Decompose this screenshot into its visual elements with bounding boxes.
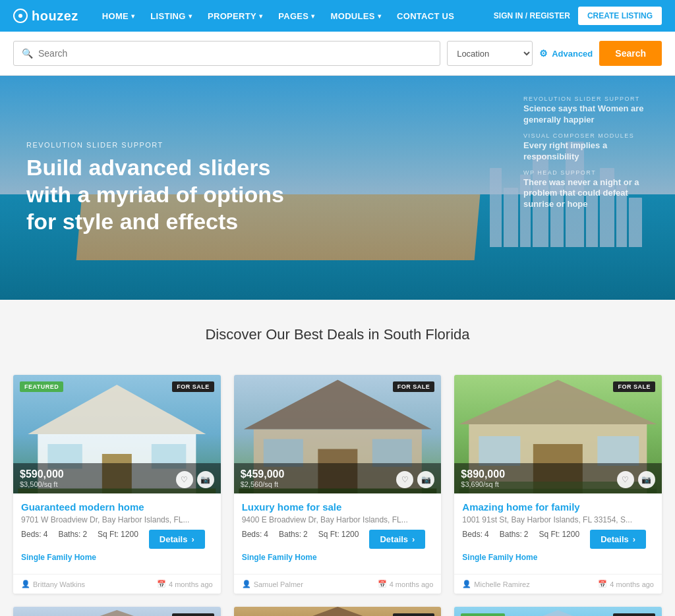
hero-side-cards: REVOLUTION SLIDER SUPPORT Science says t… xyxy=(523,96,655,210)
chevron-down-icon: ▾ xyxy=(189,13,192,20)
card-image-6: FEATURED FOR RENT xyxy=(454,607,662,616)
calendar-icon-1: 📅 xyxy=(157,580,166,588)
nav-item-modules[interactable]: MODULES ▾ xyxy=(323,0,389,32)
card-image-2: FOR SALE $459,000 $2,560/sq ft ♡ 📷 xyxy=(234,375,442,493)
baths-spec-2: Baths: 2 xyxy=(279,530,308,549)
calendar-icon-3: 📅 xyxy=(598,580,607,588)
card-specs-2: Beds: 4 Baths: 2 Sq Ft: 1200 Details › xyxy=(242,530,434,549)
nav-item-listing[interactable]: LISTING ▾ xyxy=(142,0,200,32)
section-header: Discover Our Best Deals in South Florida xyxy=(0,300,675,375)
details-button-3[interactable]: Details › xyxy=(590,530,646,549)
advanced-button[interactable]: ⚙ Advanced xyxy=(539,48,593,59)
card-image-4: FOR SALE xyxy=(13,607,221,616)
card-specs-3: Beds: 4 Baths: 2 Sq Ft: 1200 Details › xyxy=(462,530,654,549)
arrow-right-icon: › xyxy=(412,534,415,544)
property-grid: FEATURED FOR SALE $590,000 $3,500/sq ft … xyxy=(0,375,675,594)
nav-item-pages[interactable]: PAGES ▾ xyxy=(270,0,322,32)
details-button-2[interactable]: Details › xyxy=(369,530,425,549)
chevron-down-icon: ▾ xyxy=(311,13,314,20)
card-title-1[interactable]: Guaranteed modern home xyxy=(21,501,213,513)
sale-badge-3: FOR SALE xyxy=(613,381,655,392)
sqft-spec-3: Sq Ft: 1200 xyxy=(539,530,579,549)
nav-item-contact[interactable]: CONTACT US xyxy=(389,0,462,32)
svg-rect-16 xyxy=(598,436,639,466)
card-title-3[interactable]: Amazing home for family xyxy=(462,501,654,513)
card-image-5: FOR SALE xyxy=(234,607,442,616)
time-2: 📅 4 months ago xyxy=(378,580,434,588)
search-icon: 🔍 xyxy=(22,48,33,59)
hero-side-card-1: REVOLUTION SLIDER SUPPORT Science says t… xyxy=(523,96,655,126)
agent-3: 👤 Michelle Ramirez xyxy=(462,580,529,588)
calendar-icon-2: 📅 xyxy=(378,580,387,588)
favorite-icon-3[interactable]: ♡ xyxy=(617,471,634,488)
search-button[interactable]: Search xyxy=(599,41,662,66)
nav-item-home[interactable]: HOME ▾ xyxy=(94,0,143,32)
card-image-3: FOR SALE $890,000 $3,690/sq ft ♡ 📷 xyxy=(454,375,662,493)
chevron-down-icon: ▾ xyxy=(378,13,381,20)
card-body-3: Amazing home for family 1001 91st St, Ba… xyxy=(454,493,662,574)
featured-badge-6: FEATURED xyxy=(461,613,504,616)
hero-side-card-3: WP HEAD SUPPORT There was never a night … xyxy=(523,169,655,211)
card-address-3: 1001 91st St, Bay Harbor Islands, FL 331… xyxy=(462,515,654,524)
card-image-1: FEATURED FOR SALE $590,000 $3,500/sq ft … xyxy=(13,375,221,493)
card-type-3: Single Family Home xyxy=(462,553,654,562)
agent-2: 👤 Samuel Palmer xyxy=(242,580,303,588)
gear-icon: ⚙ xyxy=(539,48,548,59)
property-card-1: FEATURED FOR SALE $590,000 $3,500/sq ft … xyxy=(13,375,221,594)
camera-icon-1[interactable]: 📷 xyxy=(197,471,214,488)
person-icon-1: 👤 xyxy=(21,580,30,588)
brand-logo[interactable]: houzez xyxy=(13,9,78,24)
camera-icon-2[interactable]: 📷 xyxy=(417,471,434,488)
nav-item-property[interactable]: PROPERTY ▾ xyxy=(200,0,270,32)
camera-icon-3[interactable]: 📷 xyxy=(638,471,655,488)
card-body-2: Luxury home for sale 9400 E Broadview Dr… xyxy=(234,493,442,574)
card-specs-1: Beds: 4 Baths: 2 Sq Ft: 1200 Details › xyxy=(21,530,213,549)
baths-spec-3: Baths: 2 xyxy=(500,530,529,549)
rent-badge-6: FOR RENT xyxy=(613,613,655,616)
hero-banner: REVOLUTION SLIDER SUPPORT Build advanced… xyxy=(0,76,675,300)
arrow-right-icon: › xyxy=(191,534,194,544)
property-grid-bottom: FOR SALE FOR SALE FEATUR xyxy=(0,607,675,616)
search-input-wrapper: 🔍 xyxy=(13,41,440,66)
navbar: houzez HOME ▾ LISTING ▾ PROPERTY ▾ PAGES… xyxy=(0,0,675,32)
card-body-1: Guaranteed modern home 9701 W Broadview … xyxy=(13,493,221,574)
property-card-6: FEATURED FOR RENT xyxy=(454,607,662,616)
card-type-2: Single Family Home xyxy=(242,553,434,562)
location-select[interactable]: Location xyxy=(447,41,533,66)
card-actions-3: ♡ 📷 xyxy=(617,471,655,488)
favorite-icon-1[interactable]: ♡ xyxy=(176,471,193,488)
favorite-icon-2[interactable]: ♡ xyxy=(396,471,413,488)
sale-badge-2: FOR SALE xyxy=(393,381,435,392)
nav-links: HOME ▾ LISTING ▾ PROPERTY ▾ PAGES ▾ MODU… xyxy=(94,0,494,32)
svg-marker-26 xyxy=(499,610,618,616)
sale-badge-4: FOR SALE xyxy=(172,613,214,616)
svg-rect-15 xyxy=(479,436,521,466)
svg-marker-23 xyxy=(275,607,400,616)
sqft-spec-1: Sq Ft: 1200 xyxy=(98,530,138,549)
person-icon-2: 👤 xyxy=(242,580,251,588)
featured-badge-1: FEATURED xyxy=(20,381,63,392)
beds-spec-2: Beds: 4 xyxy=(242,530,268,549)
nav-right: SIGN IN / REGISTER CREATE LISTING xyxy=(494,7,662,25)
details-button-1[interactable]: Details › xyxy=(149,530,205,549)
property-card-2: FOR SALE $459,000 $2,560/sq ft ♡ 📷 Luxur… xyxy=(234,375,442,594)
property-card-4: FOR SALE xyxy=(13,607,221,616)
search-bar: 🔍 Location ⚙ Advanced Search xyxy=(0,32,675,76)
search-input[interactable] xyxy=(38,48,432,59)
hero-title: Build advanced sliders with a myriad of … xyxy=(26,154,303,235)
card-type-1: Single Family Home xyxy=(21,553,213,562)
sqft-spec-2: Sq Ft: 1200 xyxy=(318,530,359,549)
create-listing-button[interactable]: CREATE LISTING xyxy=(578,7,662,25)
svg-marker-1 xyxy=(28,385,206,434)
beds-spec-3: Beds: 4 xyxy=(462,530,488,549)
card-title-2[interactable]: Luxury home for sale xyxy=(242,501,434,513)
chevron-down-icon: ▾ xyxy=(259,13,262,20)
card-address-2: 9400 E Broadview Dr, Bay Harbor Islands,… xyxy=(242,515,434,524)
hero-content: REVOLUTION SLIDER SUPPORT Build advanced… xyxy=(26,141,303,235)
signin-link[interactable]: SIGN IN / REGISTER xyxy=(494,11,570,20)
section-title: Discover Our Best Deals in South Florida xyxy=(13,326,662,343)
person-icon-3: 👤 xyxy=(462,580,471,588)
card-address-1: 9701 W Broadview Dr, Bay Harbor Islands,… xyxy=(21,515,213,524)
hero-subtitle: REVOLUTION SLIDER SUPPORT xyxy=(26,141,303,149)
card-actions-1: ♡ 📷 xyxy=(176,471,214,488)
